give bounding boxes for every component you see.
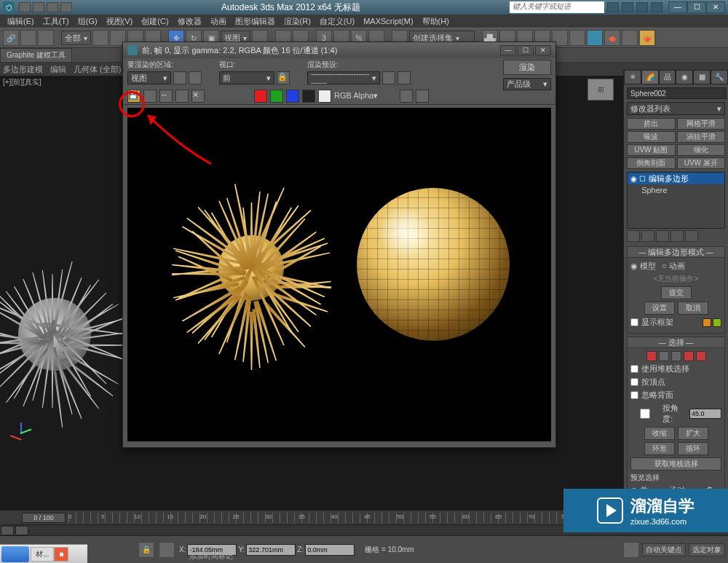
menu-tools[interactable]: 工具(T) bbox=[39, 16, 74, 27]
remove-modifier-icon[interactable] bbox=[670, 230, 684, 242]
maximize-button[interactable]: ☐ bbox=[518, 45, 534, 55]
schematic-icon[interactable] bbox=[569, 30, 585, 46]
border-subobj-icon[interactable] bbox=[671, 351, 681, 361]
menu-group[interactable]: 组(G) bbox=[74, 16, 102, 27]
hierarchy-tab-icon[interactable]: 品 bbox=[659, 70, 676, 84]
mod-turbosmooth[interactable]: 涡轮平滑 bbox=[677, 131, 726, 143]
shrink-button[interactable]: 收缩 bbox=[644, 427, 675, 440]
ribbon-geometry[interactable]: 几何体 (全部) bbox=[74, 64, 121, 75]
grow-button[interactable]: 扩大 bbox=[678, 427, 708, 440]
help-search[interactable]: 键入关键字或短语 bbox=[510, 1, 604, 13]
make-unique-icon[interactable] bbox=[656, 230, 669, 242]
render-window-titlebar[interactable]: 前, 帧 0, 显示 gamma: 2.2, RGBA 颜色 16 位/通道 (… bbox=[123, 42, 555, 58]
link-icon[interactable]: 🔗 bbox=[3, 30, 19, 46]
taskbar-item[interactable]: 材... bbox=[31, 547, 54, 562]
cage-color-1[interactable] bbox=[703, 318, 711, 327]
angle-spinner[interactable] bbox=[689, 409, 721, 419]
mod-tessellate[interactable]: 细化 bbox=[677, 144, 726, 156]
ring-button[interactable]: 环形 bbox=[644, 442, 675, 455]
help-icon[interactable] bbox=[622, 2, 633, 12]
help-icon[interactable] bbox=[651, 2, 662, 12]
menu-grapheditors[interactable]: 图形编辑器 bbox=[231, 16, 280, 27]
mod-uvwmap[interactable]: UVW 贴图 bbox=[627, 144, 676, 156]
ribbon-edit[interactable]: 编辑 bbox=[50, 64, 66, 75]
close-button[interactable]: ✕ bbox=[535, 45, 551, 55]
render-button[interactable]: 渲染 bbox=[503, 60, 551, 75]
menu-rendering[interactable]: 渲染(R) bbox=[280, 16, 315, 27]
star-icon[interactable] bbox=[636, 2, 648, 12]
close-button[interactable]: ✕ bbox=[706, 1, 725, 13]
select-icon[interactable] bbox=[92, 30, 108, 46]
viewport-label[interactable]: [+][前][真实] bbox=[3, 77, 41, 87]
y-coord-field[interactable] bbox=[246, 544, 296, 556]
lock-selection-icon[interactable]: 🔒 bbox=[138, 542, 154, 558]
menu-edit[interactable]: 编辑(E) bbox=[3, 16, 39, 27]
pin-stack-icon[interactable] bbox=[627, 230, 640, 242]
configure-sets-icon[interactable] bbox=[685, 230, 698, 242]
trackbar-icon[interactable] bbox=[15, 526, 28, 535]
showcage-checkbox[interactable] bbox=[630, 318, 638, 326]
search-icon[interactable] bbox=[607, 2, 619, 12]
edge-subobj-icon[interactable] bbox=[659, 351, 669, 361]
loop-button[interactable]: 循环 bbox=[678, 442, 708, 455]
toggle-ui-icon[interactable] bbox=[400, 90, 413, 103]
ignoreback-checkbox[interactable] bbox=[630, 391, 638, 399]
trackbar-icon[interactable] bbox=[1, 526, 14, 535]
menu-modifiers[interactable]: 修改器 bbox=[173, 16, 206, 27]
selkey-button[interactable]: 选定对象 bbox=[689, 543, 725, 556]
cancel-button[interactable]: 取消 bbox=[678, 302, 708, 315]
green-channel-icon[interactable] bbox=[270, 90, 283, 103]
getstack-button[interactable]: 获取堆栈选择 bbox=[630, 457, 721, 471]
modifier-stack[interactable]: ◉ ☐ 编辑多边形 Sphere bbox=[627, 172, 725, 229]
viewport-dropdown[interactable]: 前▾ bbox=[219, 71, 274, 84]
material-editor-icon[interactable] bbox=[587, 30, 603, 46]
mod-extrude[interactable]: 挤出 bbox=[627, 118, 676, 130]
overlay-icon[interactable] bbox=[416, 90, 429, 103]
commit-button[interactable]: 提交 bbox=[661, 286, 692, 299]
radio-animate[interactable]: ○ 动画 bbox=[662, 261, 685, 272]
mod-uvwunwrap[interactable]: UVW 展开 bbox=[677, 157, 726, 169]
bind-icon[interactable] bbox=[38, 30, 54, 46]
production-dropdown[interactable]: 产品级▾ bbox=[503, 78, 551, 90]
red-channel-icon[interactable] bbox=[254, 90, 267, 103]
mod-meshsmooth[interactable]: 网格平滑 bbox=[677, 118, 726, 130]
menu-maxscript[interactable]: MAXScript(M) bbox=[359, 17, 417, 25]
render-setup-icon[interactable] bbox=[382, 71, 395, 84]
settings-button[interactable]: 设置 bbox=[644, 302, 675, 315]
stack-item-editpoly[interactable]: ◉ ☐ 编辑多边形 bbox=[628, 173, 724, 184]
render-output[interactable] bbox=[127, 108, 551, 441]
render-setup-icon[interactable]: 🫖 bbox=[604, 30, 620, 46]
prompt-line[interactable]: 添加时间标记 bbox=[189, 551, 233, 562]
modifier-list-dropdown[interactable]: 修改器列表▾ bbox=[627, 102, 725, 115]
object-name-field[interactable] bbox=[627, 87, 727, 99]
auto-region-icon[interactable] bbox=[189, 71, 202, 84]
menu-views[interactable]: 视图(V) bbox=[102, 16, 138, 27]
clone-icon[interactable]: ↔ bbox=[159, 90, 173, 103]
byangle-checkbox[interactable] bbox=[630, 409, 660, 419]
taskbar-item[interactable]: ■ bbox=[54, 547, 68, 562]
unlink-icon[interactable] bbox=[20, 30, 36, 46]
maximize-button[interactable]: ☐ bbox=[687, 1, 706, 13]
menu-customize[interactable]: 自定义(U) bbox=[315, 16, 359, 27]
show-end-result-icon[interactable] bbox=[641, 230, 654, 242]
element-subobj-icon[interactable] bbox=[696, 351, 706, 361]
edit-region-icon[interactable] bbox=[173, 71, 186, 84]
qat-icon[interactable] bbox=[33, 2, 44, 12]
cage-color-2[interactable] bbox=[713, 318, 721, 327]
channel-dropdown[interactable]: RGB Alpha▾ bbox=[334, 91, 397, 101]
environment-icon[interactable] bbox=[397, 71, 411, 84]
stack-item-sphere[interactable]: Sphere bbox=[628, 184, 724, 196]
autokey-button[interactable]: 自动关键点 bbox=[642, 543, 686, 556]
z-coord-field[interactable] bbox=[305, 544, 355, 556]
display-tab-icon[interactable]: ▦ bbox=[693, 70, 711, 84]
mono-channel-icon[interactable] bbox=[318, 90, 331, 103]
utilities-tab-icon[interactable]: 🔧 bbox=[711, 70, 728, 84]
ribbon-tab-graphite[interactable]: Graphite 建模工具 bbox=[0, 48, 72, 63]
byvertex-checkbox[interactable] bbox=[630, 378, 638, 386]
alpha-channel-icon[interactable] bbox=[302, 90, 315, 103]
selection-filter[interactable]: 全部 ▾ bbox=[61, 31, 91, 45]
preset-dropdown[interactable]: ----------------------------▾ bbox=[307, 71, 380, 84]
qat-icon[interactable] bbox=[19, 2, 31, 12]
rollout-selection[interactable]: — 选择 — bbox=[627, 336, 725, 348]
menu-create[interactable]: 创建(C) bbox=[137, 16, 173, 27]
